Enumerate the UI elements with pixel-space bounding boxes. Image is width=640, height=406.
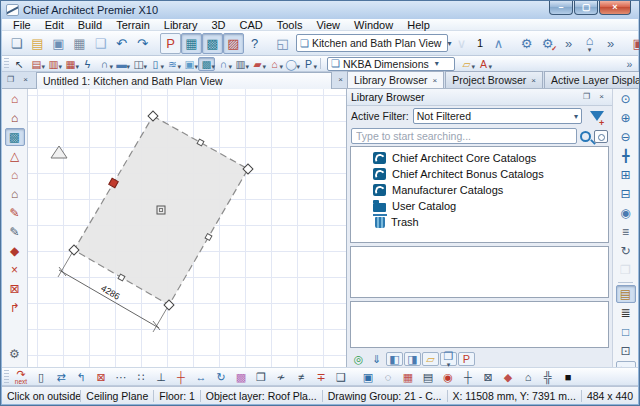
menu-library[interactable]: Library <box>157 19 205 31</box>
maximize-button[interactable]: ▢ <box>574 1 598 15</box>
toggle-tree-pane-button[interactable]: ◧ <box>386 352 403 366</box>
menu-file[interactable]: File <box>6 19 38 31</box>
preview-pane-button[interactable]: ⊡ <box>616 342 636 360</box>
undo-button[interactable]: ↶ <box>111 33 132 54</box>
electrical-tool-button[interactable]: ▯▾ <box>147 57 164 71</box>
3d-view-toggle-button[interactable]: ▩ <box>202 33 223 54</box>
orbit-button[interactable]: ◉ <box>616 204 636 222</box>
roof-plane-button[interactable]: ▰▾ <box>249 57 266 71</box>
edit-area-visible-button[interactable]: ✎ <box>5 223 25 241</box>
next-edit-button[interactable]: ↷next <box>11 368 31 385</box>
toggle-preview-pane-button[interactable]: ◨ <box>404 352 421 366</box>
document-tab[interactable]: Untitled 1: Kitchen and Bath Plan View <box>36 72 332 89</box>
build-roof-button[interactable]: ⌂ <box>5 109 25 127</box>
library-tree-item-manufacturer-catalogs[interactable]: Manufacturer Catalogs <box>351 182 608 198</box>
default-settings-button[interactable]: ⚙ <box>516 33 537 54</box>
edit-area-button[interactable]: ✎ <box>5 204 25 222</box>
dormer-button[interactable]: ⌂▾ <box>266 57 283 71</box>
close-document-tab-button[interactable]: × <box>334 74 347 86</box>
print-button[interactable]: ▦ <box>69 33 90 54</box>
project-browser-button[interactable]: P <box>160 33 181 54</box>
material-eyedropper-button[interactable]: ◆ <box>5 242 25 260</box>
export-picture-button[interactable]: ◱ <box>272 33 293 54</box>
accurate-move-button[interactable]: ⌂ <box>518 368 538 385</box>
folder-options-button[interactable]: ❐▾ <box>440 352 457 366</box>
settings-gear-button[interactable]: ⚙ <box>5 345 25 363</box>
wall-framing-button[interactable]: ▥▾ <box>232 57 249 71</box>
door-edit-button[interactable]: ▯ <box>31 368 51 385</box>
auto-exterior-dimensions-button[interactable]: ⌂ <box>5 90 25 108</box>
reflect-button[interactable]: ∓ <box>311 368 331 385</box>
saved-plan-view-combo[interactable]: ❏ Kitchen and Bath Plan View ▾ <box>296 34 448 52</box>
titlebar[interactable]: Chief Architect Premier X10 – ▢ × <box>1 1 639 19</box>
download-library-content-button[interactable]: ⇓ <box>368 352 385 366</box>
active-filter-combo[interactable]: Not Filtered ▾ <box>413 108 582 124</box>
preferences-button[interactable]: ⚙✓ <box>537 33 558 54</box>
eraser-button[interactable]: ▱ <box>422 352 439 366</box>
library-search-input[interactable] <box>351 128 577 144</box>
close-icon[interactable]: × <box>433 76 438 85</box>
menu-terrain[interactable]: Terrain <box>109 19 157 31</box>
kitchen-view-button[interactable]: ▩▾ <box>198 57 215 71</box>
point-marker-button[interactable]: ┼ <box>171 368 191 385</box>
zoom-region-button[interactable]: ⊙ <box>616 90 636 108</box>
menu-view[interactable]: View <box>309 19 347 31</box>
toolbar-overflow-button[interactable]: » <box>621 57 638 71</box>
tab-library-browser[interactable]: Library Browser× <box>347 71 444 88</box>
plan-view-toggle-button[interactable]: ▦ <box>181 33 202 54</box>
menu-window[interactable]: Window <box>347 19 400 31</box>
menu-cad[interactable]: CAD <box>232 19 269 31</box>
library-tree-item-chief-architect-bonus-catalogs[interactable]: Chief Architect Bonus Catalogs <box>351 166 608 182</box>
menu-help[interactable]: Help <box>400 19 437 31</box>
dimension-tool-button[interactable]: ▬▾ <box>113 57 130 71</box>
elevation-view-toggle-button[interactable]: ▨ <box>223 33 244 54</box>
transform-replicate-button[interactable]: ↱ <box>5 299 25 317</box>
ruler-button[interactable]: ▱▾ <box>458 57 475 71</box>
lasso-button[interactable]: ◌ <box>378 368 398 385</box>
drawing-area[interactable]: 4286 <box>28 89 347 367</box>
paste-region-button[interactable]: ▣ <box>358 368 378 385</box>
library-tree-item-chief-architect-core-catalogs[interactable]: Chief Architect Core Catalogs <box>351 150 608 166</box>
search-icon[interactable] <box>580 131 591 142</box>
print-preview-button[interactable]: ❑ <box>90 33 111 54</box>
open-plan-button[interactable]: ▤ <box>27 33 48 54</box>
point-to-point-move-button[interactable]: ⇄ <box>51 368 71 385</box>
zoom-in-button[interactable]: ⊕ <box>616 109 636 127</box>
overflow-chevron-2[interactable]: » <box>600 33 621 54</box>
fractal-select-button[interactable]: ▩ <box>231 368 251 385</box>
active-layer-options-button[interactable]: ▤ <box>616 285 636 303</box>
camera-3d-button[interactable]: ⌂▾ <box>579 33 600 54</box>
close-panel-button[interactable]: × <box>595 91 608 103</box>
road-marker-button[interactable]: P▾ <box>300 57 317 71</box>
toolbox-button[interactable]: ▦ <box>398 368 418 385</box>
fence-button[interactable]: ▤ <box>418 368 438 385</box>
color-chip-button[interactable]: ■ <box>558 368 578 385</box>
float-panel-button[interactable]: ❐ <box>580 91 593 103</box>
ceiling-plane-polygon[interactable] <box>74 116 248 305</box>
zoom-out-button[interactable]: ⊖ <box>616 128 636 146</box>
close-icon[interactable]: × <box>531 76 536 85</box>
library-tree-item-trash[interactable]: Trash <box>351 214 608 230</box>
menu-build[interactable]: Build <box>71 19 109 31</box>
menu-3d[interactable]: 3D <box>204 19 232 31</box>
project-browser-small-button[interactable]: P <box>458 352 475 366</box>
triangle-marker[interactable] <box>51 146 67 158</box>
door-tool-button[interactable]: ∩▾ <box>215 57 232 71</box>
wall-break-button[interactable]: ϟ <box>79 57 96 71</box>
cross-section-button[interactable]: △ <box>5 147 25 165</box>
cad-layer-button[interactable]: ≣ <box>616 304 636 322</box>
terrain-button[interactable]: ◯▾ <box>283 57 300 71</box>
tab-project-browser[interactable]: Project Browser× <box>445 71 543 88</box>
redo-button[interactable]: ↷ <box>132 33 153 54</box>
delete-objects-button[interactable]: × <box>5 261 25 279</box>
refresh-library-button[interactable]: ◎ <box>350 352 367 366</box>
exterior-wall-button[interactable]: ▤▾ <box>28 57 45 71</box>
back-elevation-button[interactable]: ⌂ <box>5 185 25 203</box>
place-point-button[interactable]: ┼ <box>458 368 478 385</box>
make-perpendicular-button[interactable]: ⊥ <box>151 368 171 385</box>
layer-sets-button[interactable]: ≡ <box>616 223 636 241</box>
delete-button[interactable]: ⊠ <box>91 368 111 385</box>
delete-all-button[interactable]: ⊠ <box>5 280 25 298</box>
interior-wall-button[interactable]: ▥▾ <box>45 57 62 71</box>
floor-up-button[interactable]: ∧ <box>488 33 509 54</box>
